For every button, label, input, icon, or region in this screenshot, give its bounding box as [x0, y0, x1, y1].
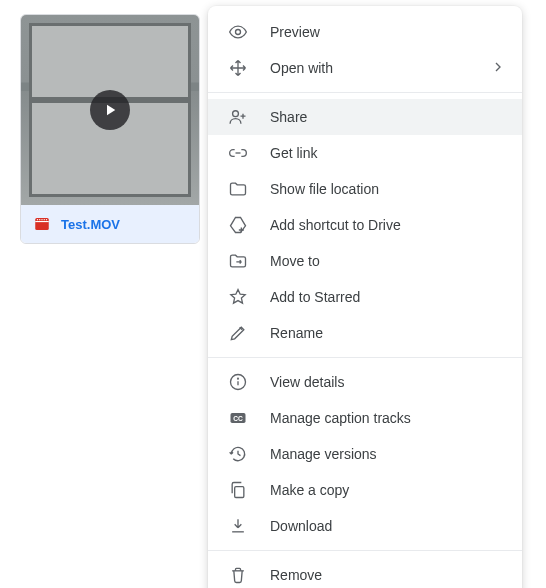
context-menu: PreviewOpen withShareGet linkShow file l… [208, 6, 522, 588]
menu-item-remove[interactable]: Remove [208, 557, 522, 588]
svg-point-7 [236, 30, 241, 35]
file-name: Test.MOV [61, 217, 120, 232]
menu-item-label: Download [270, 518, 332, 534]
menu-item-label: Manage versions [270, 446, 377, 462]
svg-rect-1 [35, 221, 49, 222]
menu-divider [208, 92, 522, 93]
person-add-icon [228, 107, 248, 127]
menu-item-label: Move to [270, 253, 320, 269]
menu-item-label: Preview [270, 24, 320, 40]
svg-point-4 [41, 219, 42, 220]
file-thumbnail[interactable] [21, 15, 199, 205]
eye-icon [228, 22, 248, 42]
file-card[interactable]: Test.MOV [20, 14, 200, 244]
svg-point-3 [39, 219, 40, 220]
drive-add-icon [228, 215, 248, 235]
folder-icon [228, 179, 248, 199]
menu-item-label: Get link [270, 145, 317, 161]
menu-item-getlink[interactable]: Get link [208, 135, 522, 171]
menu-item-label: Remove [270, 567, 322, 583]
copy-icon [228, 480, 248, 500]
menu-item-details[interactable]: View details [208, 364, 522, 400]
svg-point-5 [44, 219, 45, 220]
menu-item-captions[interactable]: CCManage caption tracks [208, 400, 522, 436]
menu-item-shortcut[interactable]: Add shortcut to Drive [208, 207, 522, 243]
menu-item-label: Add to Starred [270, 289, 360, 305]
menu-item-label: Make a copy [270, 482, 349, 498]
menu-item-label: Manage caption tracks [270, 410, 411, 426]
play-icon [90, 90, 130, 130]
link-icon [228, 143, 248, 163]
menu-divider [208, 550, 522, 551]
svg-rect-13 [235, 487, 244, 498]
menu-item-label: Share [270, 109, 307, 125]
download-icon [228, 516, 248, 536]
menu-item-label: Open with [270, 60, 333, 76]
menu-item-star[interactable]: Add to Starred [208, 279, 522, 315]
menu-item-openwith[interactable]: Open with [208, 50, 522, 86]
menu-item-versions[interactable]: Manage versions [208, 436, 522, 472]
menu-item-rename[interactable]: Rename [208, 315, 522, 351]
menu-item-preview[interactable]: Preview [208, 14, 522, 50]
captions-icon: CC [228, 408, 248, 428]
history-icon [228, 444, 248, 464]
svg-text:CC: CC [233, 415, 243, 422]
svg-point-6 [46, 219, 47, 220]
file-footer[interactable]: Test.MOV [21, 205, 199, 243]
menu-item-copy[interactable]: Make a copy [208, 472, 522, 508]
menu-item-label: Show file location [270, 181, 379, 197]
menu-item-moveto[interactable]: Move to [208, 243, 522, 279]
menu-item-label: View details [270, 374, 344, 390]
svg-point-8 [233, 111, 239, 117]
chevron-right-icon [490, 59, 506, 78]
move-arrows-icon [228, 58, 248, 78]
menu-item-download[interactable]: Download [208, 508, 522, 544]
trash-icon [228, 565, 248, 585]
video-file-icon [33, 215, 51, 233]
star-icon [228, 287, 248, 307]
menu-item-label: Rename [270, 325, 323, 341]
menu-item-location[interactable]: Show file location [208, 171, 522, 207]
svg-point-2 [37, 219, 38, 220]
svg-point-10 [238, 378, 239, 379]
menu-item-label: Add shortcut to Drive [270, 217, 401, 233]
menu-item-share[interactable]: Share [208, 99, 522, 135]
pencil-icon [228, 323, 248, 343]
folder-move-icon [228, 251, 248, 271]
info-icon [228, 372, 248, 392]
menu-divider [208, 357, 522, 358]
